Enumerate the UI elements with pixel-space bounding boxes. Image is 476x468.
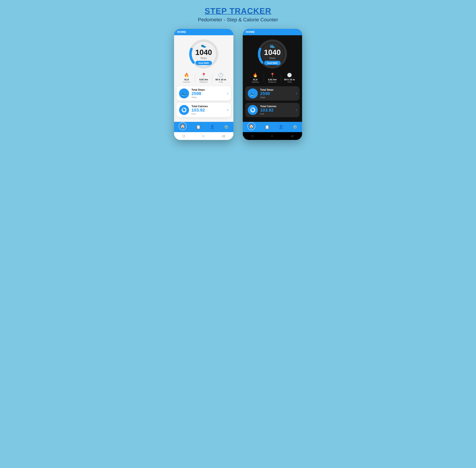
- status-bar-label-light: HOME: [177, 30, 186, 33]
- refresh-icon-light: [181, 107, 187, 113]
- footprint-icon-dark: 👟: [264, 43, 281, 48]
- nav-history-icon-dark: 📋: [265, 125, 269, 129]
- calories-unit-dark: Kcal: [260, 113, 293, 115]
- nav-profile-icon-dark: 👤: [279, 125, 283, 129]
- nav-home-dark[interactable]: 🏠: [247, 124, 255, 130]
- steps-value-dark: 2598: [260, 91, 293, 96]
- calories-value-display-light: 103.92: [192, 108, 225, 113]
- svg-marker-5: [183, 109, 184, 111]
- nav-settings-light[interactable]: ⚙️: [224, 125, 229, 129]
- location-icon-light: 📍: [195, 73, 212, 77]
- steps-title-light: Total Steps: [192, 88, 225, 91]
- step-circle-inner-light: 👟 1040 Steps Goal 6000: [195, 43, 212, 65]
- calories-chevron-light[interactable]: ›: [227, 108, 228, 112]
- calories-title-dark: Total Calories: [260, 105, 293, 108]
- time-value-dark: 00 h 10 m: [281, 78, 298, 81]
- android-nav-dark: □ ○ ◁: [243, 132, 302, 140]
- goal-badge-light[interactable]: Goal 6000: [195, 61, 212, 65]
- stats-row-dark: 🔥 41.6 Calories 📍 0.81 km Distance 🕐 00 …: [245, 73, 300, 83]
- footprint-icon-light: 👟: [195, 43, 212, 48]
- step-label-light: Steps: [195, 57, 212, 59]
- stats-row-light: 🔥 41.6 Calories 📍 0.81 km Distance 🕐 00 …: [177, 73, 231, 83]
- calories-unit-light: Kcal: [192, 113, 225, 115]
- steps-unit-light: Steps: [192, 96, 225, 98]
- distance-label-light: Distance: [195, 81, 212, 83]
- total-calories-card-dark[interactable]: Total Calories 103.92 Kcal ›: [245, 103, 300, 117]
- shoe-icon-dark: 👟: [250, 91, 256, 96]
- time-label-light: Time: [212, 81, 229, 83]
- steps-icon-circle-light: 👟: [179, 88, 189, 98]
- nav-home-light[interactable]: 🏠: [179, 124, 187, 130]
- calories-value-light: 41.6: [178, 78, 195, 81]
- phone-light: HOME 👟 1040: [174, 29, 233, 140]
- phone-body-dark: 👟 1040 Steps Goal 6000 🔥 41.6 Calories 📍: [243, 35, 302, 122]
- calories-chevron-dark[interactable]: ›: [296, 108, 297, 112]
- svg-text:👟: 👟: [182, 91, 187, 96]
- steps-chevron-dark[interactable]: ›: [296, 91, 297, 95]
- steps-title-dark: Total Steps: [260, 88, 293, 91]
- total-calories-card-light[interactable]: Total Calories 103.92 Kcal ›: [177, 103, 231, 117]
- time-stat-dark: 🕐 00 h 10 m Time: [281, 73, 298, 83]
- steps-value-light: 2598: [192, 91, 225, 96]
- goal-badge-dark[interactable]: Goal 6000: [264, 61, 280, 65]
- shoe-icon-light: 👟: [181, 91, 187, 96]
- android-circle-dark[interactable]: ○: [271, 134, 273, 138]
- step-circle-wrapper-light: 👟 1040 Steps Goal 6000: [188, 38, 219, 70]
- distance-value-light: 0.81 km: [195, 78, 212, 81]
- distance-label-dark: Distance: [264, 81, 281, 83]
- nav-history-light[interactable]: 📋: [196, 125, 201, 129]
- distance-value-dark: 0.81 km: [264, 78, 281, 81]
- time-stat-light: 🕐 00 h 10 m Time: [212, 73, 229, 83]
- app-title: STEP TRACKER: [198, 6, 278, 15]
- android-square-light[interactable]: □: [183, 134, 185, 138]
- bottom-nav-dark: 🏠 📋 👤 ⚙️: [243, 122, 302, 132]
- android-triangle-dark[interactable]: ◁: [291, 134, 293, 138]
- calories-value-dark: 41.6: [247, 78, 264, 81]
- nav-settings-dark[interactable]: ⚙️: [293, 125, 297, 129]
- fire-icon-dark: 🔥: [247, 73, 264, 77]
- clock-icon-dark: 🕐: [281, 73, 298, 77]
- steps-info-dark: Total Steps 2598 Steps: [260, 88, 293, 98]
- calories-label-light: Calories: [178, 81, 195, 83]
- step-circle-wrapper-dark: 👟 1040 Steps Goal 6000: [257, 38, 288, 70]
- android-nav-light: □ ○ ◁: [174, 132, 233, 140]
- nav-home-icon-light[interactable]: 🏠: [179, 122, 187, 130]
- steps-info-light: Total Steps 2598 Steps: [192, 88, 225, 98]
- app-subtitle: Pedometer - Step & Calorie Counter: [198, 17, 278, 23]
- step-circle-container-light: 👟 1040 Steps Goal 6000: [177, 38, 231, 70]
- android-circle-light[interactable]: ○: [202, 134, 204, 138]
- steps-chevron-light[interactable]: ›: [227, 91, 228, 95]
- calories-icon-circle-dark: [248, 105, 258, 115]
- status-bar-dark: HOME: [243, 29, 302, 35]
- nav-history-icon-light: 📋: [196, 125, 201, 129]
- nav-profile-dark[interactable]: 👤: [279, 125, 283, 129]
- time-label-dark: Time: [281, 81, 298, 83]
- status-bar-light: HOME: [174, 29, 233, 35]
- total-steps-card-light[interactable]: 👟 Total Steps 2598 Steps ›: [177, 86, 231, 101]
- android-square-dark[interactable]: □: [251, 134, 254, 138]
- calories-stat-dark: 🔥 41.6 Calories: [247, 73, 264, 83]
- steps-unit-dark: Steps: [260, 96, 293, 98]
- fire-icon-light: 🔥: [178, 73, 195, 77]
- nav-profile-light[interactable]: 👤: [210, 125, 215, 129]
- step-count-light: 1040: [195, 48, 212, 57]
- location-icon-dark: 📍: [264, 73, 281, 77]
- total-steps-card-dark[interactable]: 👟 Total Steps 2598 Steps ›: [245, 86, 300, 101]
- calories-value-display-dark: 103.92: [260, 108, 293, 113]
- phone-body-light: 👟 1040 Steps Goal 6000 🔥 41.6 Calories 📍: [174, 35, 233, 122]
- step-count-dark: 1040: [264, 48, 281, 57]
- bottom-nav-light: 🏠 📋 👤 ⚙️: [174, 122, 233, 132]
- calories-title-light: Total Calories: [192, 105, 225, 108]
- android-triangle-light[interactable]: ◁: [222, 134, 225, 138]
- steps-icon-circle-dark: 👟: [248, 88, 258, 98]
- distance-stat-light: 📍 0.81 km Distance: [195, 73, 212, 83]
- nav-history-dark[interactable]: 📋: [265, 125, 269, 129]
- nav-profile-icon-light: 👤: [210, 125, 215, 129]
- page-header: STEP TRACKER Pedometer - Step & Calorie …: [198, 6, 278, 23]
- step-circle-inner-dark: 👟 1040 Steps Goal 6000: [264, 43, 281, 65]
- nav-home-icon-dark[interactable]: 🏠: [247, 122, 255, 130]
- distance-stat-dark: 📍 0.81 km Distance: [264, 73, 281, 83]
- phone-dark: HOME 👟 1040: [243, 29, 302, 140]
- step-label-dark: Steps: [264, 57, 281, 59]
- time-value-light: 00 h 10 m: [212, 78, 229, 81]
